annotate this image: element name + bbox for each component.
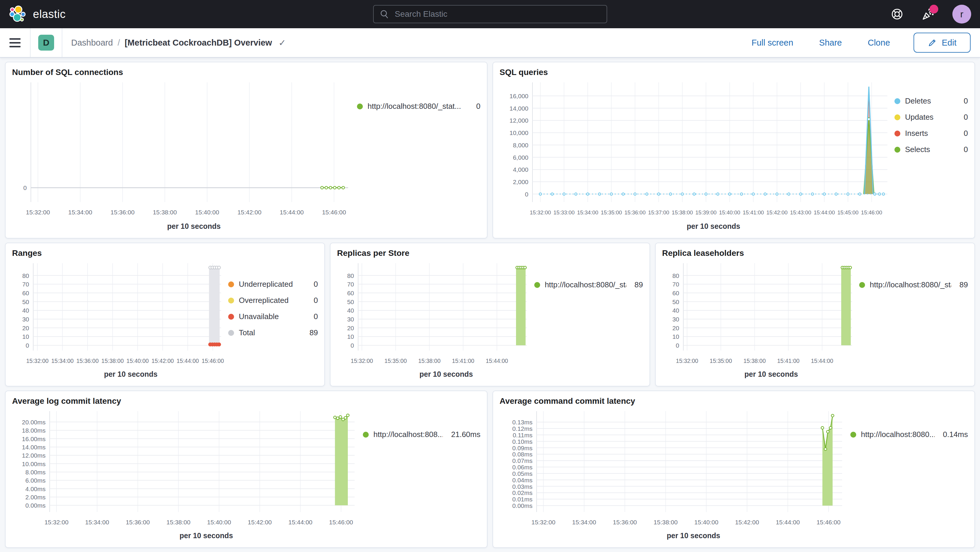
series-color-dot xyxy=(228,314,234,320)
chart-canvas[interactable]: 15:32:0015:34:0015:36:0015:38:0015:40:00… xyxy=(12,407,363,531)
svg-text:15:46:00: 15:46:00 xyxy=(861,209,882,216)
svg-text:15:32:00: 15:32:00 xyxy=(45,519,68,525)
chart-canvas[interactable]: 15:32:0015:34:0015:36:0015:38:0015:40:00… xyxy=(500,407,850,531)
chart-canvas[interactable]: 15:32:0015:34:0015:36:0015:38:0015:40:00… xyxy=(12,259,228,370)
elastic-logo-icon xyxy=(10,6,27,23)
svg-text:15:40:00: 15:40:00 xyxy=(195,209,220,216)
legend-item[interactable]: Underreplicated 0 xyxy=(228,280,318,289)
svg-text:15:36:00: 15:36:00 xyxy=(76,358,99,364)
chart-legend: http://localhost:8080/_stat... 0 xyxy=(357,78,480,235)
edit-button[interactable]: Edit xyxy=(913,33,970,52)
legend-item[interactable]: Selects 0 xyxy=(894,145,968,154)
svg-text:4.00ms: 4.00ms xyxy=(25,485,46,492)
svg-text:10: 10 xyxy=(347,333,354,340)
svg-text:0.10ms: 0.10ms xyxy=(512,438,533,445)
legend-item[interactable]: Deletes 0 xyxy=(894,97,968,106)
svg-text:20.00ms: 20.00ms xyxy=(22,419,46,426)
svg-text:0.07ms: 0.07ms xyxy=(512,457,533,464)
svg-text:16,000: 16,000 xyxy=(509,93,528,99)
clone-button[interactable]: Clone xyxy=(855,38,903,48)
panel-title: SQL queries xyxy=(500,68,968,77)
search-input[interactable]: Search Elastic xyxy=(373,5,607,23)
svg-text:15:42:00: 15:42:00 xyxy=(237,209,261,216)
dashboard-grid: Number of SQL connections 15:32:0015:34:… xyxy=(0,58,980,552)
svg-text:15:35:00: 15:35:00 xyxy=(385,358,407,364)
legend-item[interactable]: http://localhost:8080/_stat... 0 xyxy=(357,102,480,111)
check-icon: ✓ xyxy=(278,38,286,48)
svg-text:18.00ms: 18.00ms xyxy=(22,427,46,434)
svg-text:15:38:00: 15:38:00 xyxy=(102,358,124,364)
svg-text:60: 60 xyxy=(347,290,354,296)
legend-value: 0 xyxy=(305,296,318,305)
svg-text:15:32:00: 15:32:00 xyxy=(26,209,50,216)
legend-item[interactable]: Updates 0 xyxy=(894,113,968,122)
svg-text:15:46:00: 15:46:00 xyxy=(202,358,224,364)
dashboard-app-badge: D xyxy=(38,35,54,51)
legend-item[interactable]: Unavailable 0 xyxy=(228,312,318,321)
chart-legend: Underreplicated 0 Overreplicated 0 Unava… xyxy=(228,259,318,383)
avatar-initial: r xyxy=(960,9,964,20)
svg-text:40: 40 xyxy=(672,307,679,314)
series-color-dot xyxy=(894,115,900,120)
svg-text:0.08ms: 0.08ms xyxy=(512,451,533,458)
legend-label: http://localhost:8080/_sta... xyxy=(545,280,626,290)
legend-item[interactable]: http://localhost:8080... 0.14ms xyxy=(850,430,968,439)
svg-text:0: 0 xyxy=(525,191,528,197)
legend-label: Deletes xyxy=(905,97,931,106)
breadcrumb-separator: / xyxy=(118,38,120,48)
svg-text:15:35:00: 15:35:00 xyxy=(601,209,622,216)
search-icon xyxy=(380,9,390,19)
series-color-dot xyxy=(228,297,234,304)
x-axis-title: per 10 seconds xyxy=(500,531,850,545)
share-button[interactable]: Share xyxy=(806,38,855,48)
svg-text:15:35:00: 15:35:00 xyxy=(710,358,732,364)
x-axis-title: per 10 seconds xyxy=(12,222,357,235)
chart-canvas[interactable]: 15:32:0015:35:0015:38:0015:41:0015:44:00… xyxy=(662,259,859,370)
page-title: [Metricbeat CockroachDB] Overview xyxy=(125,38,272,48)
svg-text:0.11ms: 0.11ms xyxy=(513,432,533,439)
svg-text:8.00ms: 8.00ms xyxy=(25,469,46,476)
svg-text:15:43:00: 15:43:00 xyxy=(790,209,811,216)
chart-canvas[interactable]: 15:32:0015:34:0015:36:0015:38:0015:40:00… xyxy=(12,78,357,222)
svg-text:15:44:00: 15:44:00 xyxy=(280,209,304,216)
panel-sql-queries: SQL queries 15:32:0015:33:0015:34:0015:3… xyxy=(493,62,975,239)
help-icon[interactable] xyxy=(890,7,904,21)
panel-ranges: Ranges 15:32:0015:34:0015:36:0015:38:001… xyxy=(5,243,325,387)
svg-text:4,000: 4,000 xyxy=(513,166,528,173)
menu-icon[interactable] xyxy=(0,28,30,57)
svg-text:15:42:00: 15:42:00 xyxy=(735,519,759,525)
breadcrumb-dashboard-link[interactable]: Dashboard xyxy=(71,38,113,48)
newsfeed-icon[interactable] xyxy=(921,7,935,21)
avatar[interactable]: r xyxy=(952,5,971,24)
divider xyxy=(30,28,30,57)
elastic-logo-text: elastic xyxy=(33,8,65,21)
legend-label: Overreplicated xyxy=(239,296,288,305)
series-color-dot xyxy=(894,98,900,104)
legend-label: Underreplicated xyxy=(239,280,293,289)
svg-text:2,000: 2,000 xyxy=(513,178,528,185)
svg-text:0.01ms: 0.01ms xyxy=(512,496,533,503)
elastic-logo[interactable]: elastic xyxy=(10,6,65,23)
svg-text:15:44:00: 15:44:00 xyxy=(776,519,800,525)
legend-item[interactable]: http://localhost:8080/_sta... 89 xyxy=(534,280,643,290)
svg-text:20: 20 xyxy=(347,325,354,331)
chart-canvas[interactable]: 15:32:0015:33:0015:34:0015:35:0015:36:00… xyxy=(500,78,894,222)
chart-canvas[interactable]: 15:32:0015:35:0015:38:0015:41:0015:44:00… xyxy=(337,259,534,370)
svg-text:15:34:00: 15:34:00 xyxy=(85,519,109,525)
svg-text:15:46:00: 15:46:00 xyxy=(322,209,346,216)
legend-value: 0 xyxy=(956,97,968,106)
series-color-dot xyxy=(850,432,856,437)
x-axis-title: per 10 seconds xyxy=(12,531,363,545)
legend-value: 0 xyxy=(956,145,968,154)
svg-text:15:44:00: 15:44:00 xyxy=(288,519,313,525)
legend-item[interactable]: http://localhost:808... 21.60ms xyxy=(363,430,480,439)
full-screen-button[interactable]: Full screen xyxy=(738,38,806,48)
legend-item[interactable]: Overreplicated 0 xyxy=(228,296,318,305)
legend-item[interactable]: http://localhost:8080/_sta... 89 xyxy=(859,280,968,290)
divider xyxy=(62,28,62,57)
legend-item[interactable]: Total 89 xyxy=(228,328,318,337)
svg-text:0.05ms: 0.05ms xyxy=(512,470,533,477)
legend-item[interactable]: Inserts 0 xyxy=(894,129,968,138)
series-color-dot xyxy=(894,130,900,137)
legend-label: Inserts xyxy=(905,129,928,138)
